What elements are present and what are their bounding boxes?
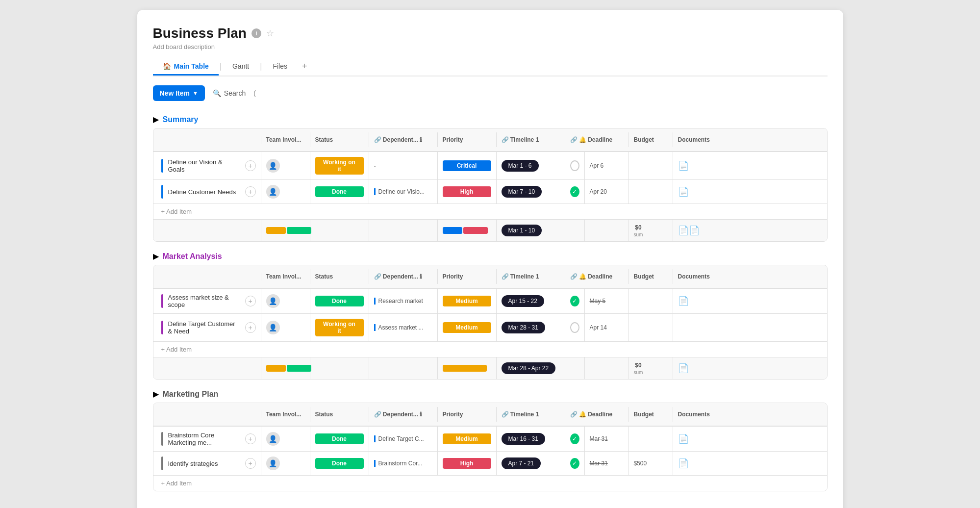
status-cell[interactable]: Done xyxy=(310,452,369,475)
priority-badge[interactable]: Medium xyxy=(443,433,491,444)
mini-bar xyxy=(287,365,311,372)
page-title: Business Plan xyxy=(153,25,247,41)
priority-cell[interactable]: High xyxy=(438,180,497,203)
col-docs-header: Documents xyxy=(673,407,717,422)
tab-main-table[interactable]: 🏠 Main Table xyxy=(153,58,219,76)
item-name: Brainstorm Core Marketing me... xyxy=(168,432,239,446)
deadline-cell: Mar 31 xyxy=(585,427,629,451)
priority-badge[interactable]: Medium xyxy=(443,296,491,306)
status-cell[interactable]: Done xyxy=(310,180,369,203)
status-badge[interactable]: Done xyxy=(315,296,364,306)
avatar: 👤 xyxy=(266,185,280,199)
check-icon[interactable]: ✓ xyxy=(570,458,579,469)
person-icon: 👤 xyxy=(269,459,277,467)
tab-gantt[interactable]: Gantt xyxy=(223,58,259,76)
add-sub-item-button[interactable]: + xyxy=(245,186,256,197)
priority-badge[interactable]: High xyxy=(443,186,491,197)
status-cell[interactable]: Done xyxy=(310,289,369,313)
home-icon: 🏠 xyxy=(163,62,171,70)
add-sub-item-button[interactable]: + xyxy=(245,458,256,469)
check-cell[interactable]: ✓ xyxy=(565,427,585,451)
check-cell[interactable]: ✓ xyxy=(565,452,585,475)
search-icon: 🔍 xyxy=(213,89,221,97)
documents-cell: 📄 xyxy=(673,427,717,451)
add-sub-item-button[interactable]: + xyxy=(245,160,256,171)
team-cell: 👤 xyxy=(261,427,310,451)
board-description[interactable]: Add board description xyxy=(153,43,828,51)
col-docs-header: Documents xyxy=(673,269,717,284)
timeline-cell: Apr 15 - 22 xyxy=(497,289,565,313)
timeline-cell: Mar 1 - 6 xyxy=(497,152,565,179)
priority-cell[interactable]: Medium xyxy=(438,314,497,341)
priority-cell[interactable]: Critical xyxy=(438,152,497,179)
status-badge[interactable]: Working on it xyxy=(315,319,364,336)
new-item-button[interactable]: New Item ▼ xyxy=(153,85,205,101)
check-cell[interactable] xyxy=(565,314,585,341)
mini-bar xyxy=(443,365,487,372)
col-priority-header: Priority xyxy=(438,269,497,284)
section-toggle-icon[interactable]: ▶ xyxy=(153,115,159,124)
section-toggle-icon[interactable]: ▶ xyxy=(153,389,159,399)
star-icon[interactable]: ☆ xyxy=(266,28,274,39)
empty-check-icon[interactable] xyxy=(570,322,579,333)
col-dep-header: 🔗 Dependent... ℹ xyxy=(369,269,438,284)
add-item-button[interactable]: + Add Item xyxy=(153,475,827,491)
status-badge[interactable]: Done xyxy=(315,458,364,469)
item-name-cell: Identify strategies + xyxy=(153,452,261,475)
check-icon[interactable]: ✓ xyxy=(570,433,579,444)
add-sub-item-button[interactable]: + xyxy=(245,296,256,306)
add-sub-item-button[interactable]: + xyxy=(245,433,256,444)
priority-summary-bars xyxy=(443,227,488,234)
status-badge[interactable]: Done xyxy=(315,433,364,444)
search-button[interactable]: 🔍 Search xyxy=(213,89,246,97)
status-cell[interactable]: Working on it xyxy=(310,152,369,179)
dependency-cell: Define Target C... xyxy=(369,427,438,451)
check-icon[interactable]: ✓ xyxy=(570,186,579,197)
check-cell[interactable]: ✓ xyxy=(565,289,585,313)
table-row: Define Customer Needs + 👤DoneDefine our … xyxy=(153,179,827,203)
section-title[interactable]: Marketing Plan xyxy=(163,390,219,399)
add-sub-item-button[interactable]: + xyxy=(245,322,256,333)
priority-cell[interactable]: High xyxy=(438,452,497,475)
status-badge[interactable]: Done xyxy=(315,186,364,197)
deadline-value: Mar 31 xyxy=(590,460,608,467)
section-toggle-icon[interactable]: ▶ xyxy=(153,252,159,261)
status-cell[interactable]: Done xyxy=(310,427,369,451)
priority-cell[interactable]: Medium xyxy=(438,289,497,313)
section-title[interactable]: Market Analysis xyxy=(163,252,222,261)
add-tab-button[interactable]: + xyxy=(297,57,312,76)
check-cell[interactable] xyxy=(565,152,585,179)
add-item-button[interactable]: + Add Item xyxy=(153,203,827,219)
check-icon[interactable]: ✓ xyxy=(570,296,579,306)
status-cell[interactable]: Working on it xyxy=(310,314,369,341)
priority-badge[interactable]: Critical xyxy=(443,160,491,171)
section-header-marketing-plan: ▶ Marketing Plan xyxy=(153,389,828,399)
summary-row: Mar 28 - Apr 22 $0 sum 📄 xyxy=(153,357,827,379)
document-icon[interactable]: 📄 xyxy=(678,296,689,306)
chevron-down-icon: ▼ xyxy=(193,90,198,96)
document-icon[interactable]: 📄 xyxy=(678,186,689,197)
priority-badge[interactable]: Medium xyxy=(443,322,491,333)
col-timeline-header: 🔗 Timeline 1 xyxy=(497,132,565,147)
tab-files[interactable]: Files xyxy=(263,58,297,76)
add-item-button[interactable]: + Add Item xyxy=(153,341,827,357)
item-name-cell: Define Target Customer & Need + xyxy=(153,314,261,341)
priority-badge[interactable]: High xyxy=(443,458,491,469)
budget-cell xyxy=(629,314,673,341)
avatar: 👤 xyxy=(266,457,280,470)
documents-cell: 📄 xyxy=(673,152,717,179)
info-icon[interactable]: i xyxy=(251,28,261,38)
dependency-value: Research market xyxy=(374,298,423,305)
document-icon[interactable]: 📄 xyxy=(678,160,689,171)
status-summary-bars xyxy=(266,365,311,372)
section-title[interactable]: Summary xyxy=(163,115,199,124)
mini-bar xyxy=(443,227,462,234)
team-cell: 👤 xyxy=(261,289,310,313)
priority-cell[interactable]: Medium xyxy=(438,427,497,451)
document-icon: 📄 xyxy=(678,363,689,374)
empty-check-icon[interactable] xyxy=(570,160,579,171)
status-badge[interactable]: Working on it xyxy=(315,157,364,175)
document-icon[interactable]: 📄 xyxy=(678,458,689,469)
document-icon[interactable]: 📄 xyxy=(678,433,689,444)
check-cell[interactable]: ✓ xyxy=(565,180,585,203)
